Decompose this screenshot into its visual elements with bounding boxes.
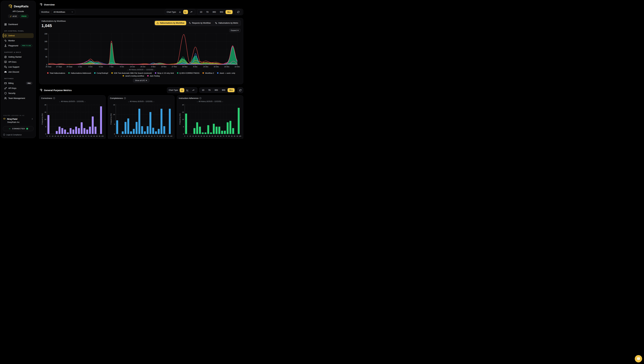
- range-90d-button[interactable]: 90D: [218, 10, 225, 14]
- legend-item-workflow-2[interactable]: Workflow 2: [202, 72, 214, 74]
- expand-button[interactable]: Expand ▼: [229, 28, 240, 32]
- range-all-button[interactable]: ALL: [225, 10, 233, 14]
- user-row[interactable]: Niraj Patel: [3, 118, 34, 120]
- svg-text:30: 30: [132, 135, 133, 137]
- metric-history-label[interactable]: ← All History (6/25/25 – 12/22/25) →: [110, 100, 172, 102]
- histogram-bar: [149, 112, 151, 134]
- svg-text:10: 10: [52, 135, 53, 137]
- legend-label: Niraj v1 10 retry limit: [157, 72, 174, 74]
- metric-history-label[interactable]: ← All History (6/25/25 – 12/22/25) →: [41, 100, 104, 102]
- chart-type-label: Chart Type:: [169, 89, 178, 91]
- sidebar-item-defend[interactable]: Defend: [3, 33, 34, 38]
- sidebar-item-security[interactable]: Security: [3, 91, 34, 96]
- range-90d-button[interactable]: 90D: [220, 88, 227, 92]
- chart-type-bar-button[interactable]: [178, 10, 182, 14]
- histogram-bar: [130, 132, 132, 134]
- sidebar-item-live-support[interactable]: Live Support: [3, 64, 34, 69]
- version-badge[interactable]: v0.52: [8, 14, 19, 18]
- histogram-bar: [122, 132, 124, 134]
- legend-item-hallucinations-addressed[interactable]: Hallucinations Addressed: [68, 72, 91, 74]
- legal-compliance-link[interactable]: Legal & Compliance: [3, 134, 33, 136]
- tab-requests-by-workflow[interactable]: Requests by Workflow: [187, 21, 212, 25]
- range-30d-button[interactable]: 30D: [211, 10, 218, 14]
- svg-text:85: 85: [231, 135, 233, 137]
- chart-type-line-button[interactable]: [185, 88, 190, 92]
- legend-item-janet-s-testing-workflow[interactable]: Janet's testing workflow: [123, 75, 144, 77]
- chart-type-trend-button[interactable]: [191, 88, 196, 92]
- svg-text:80: 80: [91, 135, 92, 137]
- svg-text:95: 95: [236, 135, 238, 137]
- legend-item-janet-c-and-c-only[interactable]: Janet - c and c only: [217, 72, 235, 74]
- range-30d-button[interactable]: 30D: [213, 88, 220, 92]
- connection-status-pill[interactable]: CONNECTED: [3, 126, 34, 131]
- sidebar-item-monitor[interactable]: Monitor: [3, 38, 34, 43]
- range-1d-button[interactable]: 1D: [198, 10, 204, 14]
- sidebar-item-api-docs[interactable]: API Docs: [3, 60, 34, 64]
- chart-legend: Total HallucinationsHallucinations Addre…: [42, 72, 241, 77]
- legend-label: SDK Test Automatic With File Search (res…: [114, 72, 152, 74]
- legend-item-jack-testing[interactable]: Jack Testing: [147, 75, 160, 77]
- chevron-wrap[interactable]: [31, 118, 33, 120]
- svg-text:20: 20: [195, 135, 197, 137]
- svg-text:0: 0: [45, 133, 46, 135]
- refresh-button[interactable]: [237, 87, 243, 93]
- sidebar-item-team-management[interactable]: Team Management: [3, 96, 34, 100]
- sidebar-item-dashboard[interactable]: Dashboard: [3, 22, 34, 27]
- legend-item-sdk-test-automatic-with-file-search-restored[interactable]: SDK Test Automatic With File Search (res…: [111, 72, 152, 74]
- chart-type-bar-button[interactable]: [180, 88, 184, 92]
- chart-type-line-button[interactable]: [183, 10, 188, 14]
- range-all-button[interactable]: ALL: [228, 88, 235, 92]
- tab-hallucinations-by-workflow[interactable]: Hallucinations by Workflow: [155, 21, 186, 25]
- legend-dot: [202, 72, 204, 74]
- svg-text:Frequency (%): Frequency (%): [179, 114, 181, 124]
- workflow-select-value: All Workflows: [54, 11, 65, 13]
- users-icon: [4, 97, 7, 100]
- svg-text:75: 75: [225, 135, 227, 137]
- range-1d-button[interactable]: 1D: [200, 88, 206, 92]
- svg-text:5: 5: [187, 135, 188, 137]
- refresh-button[interactable]: [235, 9, 241, 15]
- environment-badge[interactable]: PROD: [20, 14, 28, 18]
- histogram-bar: [152, 128, 154, 134]
- tab-label: Hallucinations by Workflow: [160, 22, 184, 24]
- svg-text:110: 110: [45, 48, 47, 50]
- svg-text:55: 55: [146, 135, 147, 137]
- histogram-bar: [72, 130, 74, 134]
- svg-text:25 Oct: 25 Oct: [140, 66, 145, 68]
- refresh-icon: [239, 89, 241, 92]
- histogram-bar: [221, 131, 223, 134]
- legend-item-q-dev-correctness[interactable]: Q-DEV-CORRECTNESS: [177, 72, 199, 74]
- sidebar-item-billing[interactable]: BillingPRO: [3, 81, 34, 86]
- brand: DeepRails: [3, 4, 34, 9]
- svg-text:25: 25: [198, 135, 199, 137]
- sidebar-item-playground[interactable]: PlaygroundFREE TO USE: [3, 43, 34, 48]
- svg-text:29 Sept: 29 Sept: [67, 66, 72, 68]
- svg-text:60: 60: [79, 135, 81, 137]
- activity-icon: [189, 22, 191, 24]
- histogram-bar: [141, 126, 143, 134]
- legend-dot: [123, 75, 124, 76]
- legend-item-niraj-v1-10-retry-limit[interactable]: Niraj v1 10 retry limit: [155, 72, 174, 74]
- svg-text:50: 50: [212, 135, 213, 137]
- legend-item-total-hallucinations[interactable]: Total Hallucinations: [47, 72, 65, 74]
- histogram-bar: [238, 108, 240, 134]
- svg-text:40: 40: [137, 135, 139, 137]
- workflow-select[interactable]: All Workflows: [52, 10, 75, 14]
- histogram-bar: [163, 126, 165, 134]
- sidebar-item-getting-started[interactable]: Getting Started: [3, 54, 34, 59]
- range-7d-button[interactable]: 7D: [206, 88, 212, 92]
- sidebar-item-api-keys[interactable]: API Keys: [3, 86, 34, 90]
- metric-cards: Correctness← All History (6/25/25 – 12/2…: [39, 95, 243, 139]
- svg-text:15: 15: [182, 111, 184, 113]
- chart-type-trend-button[interactable]: [189, 10, 194, 14]
- show-all-button[interactable]: Show all (47) ▼: [133, 78, 149, 82]
- histogram-bar: [193, 128, 195, 134]
- range-7d-button[interactable]: 7D: [204, 10, 210, 14]
- legend-item-comptesting2[interactable]: CompTesting2: [94, 72, 108, 74]
- sidebar-item-join-discord[interactable]: Join Discord: [3, 70, 34, 74]
- histogram-bar: [116, 120, 118, 134]
- metric-history-label[interactable]: ← All History (6/25/25 – 12/22/25) →: [179, 100, 241, 102]
- tab-hallucinations-by-metric[interactable]: Hallucinations by Metric: [213, 21, 240, 25]
- svg-text:0: 0: [184, 135, 185, 137]
- svg-text:35: 35: [66, 135, 67, 137]
